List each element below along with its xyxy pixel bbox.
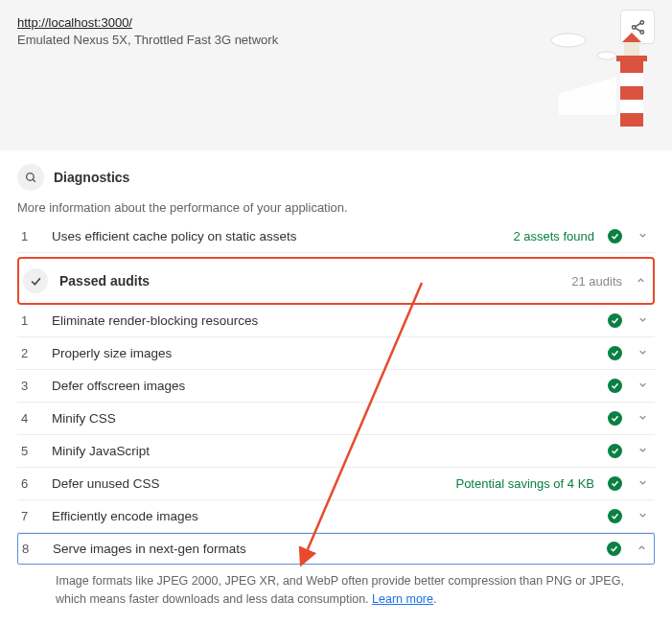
audit-row[interactable]: 5Minify JavaScript bbox=[17, 435, 655, 468]
check-icon bbox=[608, 444, 622, 458]
row-label: Eliminate render-blocking resources bbox=[52, 313, 581, 328]
diagnostics-header: Diagnostics bbox=[17, 160, 655, 195]
lighthouse-illustration bbox=[540, 29, 655, 144]
row-label: Minify CSS bbox=[52, 411, 581, 426]
svg-marker-14 bbox=[622, 33, 641, 42]
row-label: Efficiently encode images bbox=[52, 509, 581, 523]
chevron-down-icon[interactable] bbox=[636, 379, 649, 393]
check-icon bbox=[608, 229, 622, 243]
learn-more-link[interactable]: Learn more bbox=[372, 592, 433, 606]
audit-detail-after: . bbox=[433, 592, 436, 606]
row-suffix: Potential savings of 4 KB bbox=[455, 476, 594, 491]
row-label: Defer offscreen images bbox=[52, 379, 581, 393]
check-icon bbox=[608, 411, 622, 426]
svg-point-0 bbox=[639, 20, 643, 24]
check-icon bbox=[608, 379, 622, 393]
check-icon bbox=[608, 313, 622, 328]
row-label: Defer unused CSS bbox=[52, 476, 442, 491]
row-index: 8 bbox=[22, 542, 39, 556]
audit-detail: Image formats like JPEG 2000, JPEG XR, a… bbox=[17, 565, 655, 612]
check-icon bbox=[608, 476, 622, 491]
row-label: Uses efficient cache policy on static as… bbox=[52, 229, 499, 243]
svg-rect-9 bbox=[620, 86, 643, 100]
audit-row[interactable]: 3Defer offscreen images bbox=[17, 370, 655, 403]
audit-row[interactable]: 7Efficiently encode images bbox=[17, 500, 655, 533]
svg-rect-12 bbox=[616, 56, 647, 61]
svg-rect-10 bbox=[620, 100, 643, 113]
chevron-down-icon[interactable] bbox=[636, 444, 649, 458]
row-index: 6 bbox=[21, 476, 38, 491]
report-url-link[interactable]: http://localhost:3000/ bbox=[17, 15, 132, 30]
passed-audits-label: Passed audits bbox=[59, 273, 560, 289]
magnifier-icon bbox=[17, 164, 44, 191]
svg-point-5 bbox=[551, 34, 586, 47]
passed-audits-count: 21 audits bbox=[571, 274, 622, 289]
row-index: 7 bbox=[21, 509, 38, 523]
row-label: Minify JavaScript bbox=[52, 444, 581, 458]
svg-rect-13 bbox=[624, 42, 639, 56]
chevron-down-icon[interactable] bbox=[636, 509, 649, 523]
svg-rect-11 bbox=[620, 113, 643, 127]
row-label: Properly size images bbox=[52, 346, 581, 360]
chevron-down-icon[interactable] bbox=[636, 411, 649, 426]
svg-rect-8 bbox=[620, 73, 643, 86]
chevron-down-icon[interactable] bbox=[636, 346, 649, 360]
row-suffix: 2 assets found bbox=[513, 229, 594, 243]
checkmark-icon bbox=[23, 268, 48, 293]
diagnostics-section: Diagnostics More information about the p… bbox=[0, 150, 672, 612]
chevron-up-icon[interactable] bbox=[635, 542, 648, 556]
svg-point-6 bbox=[597, 52, 616, 59]
chevron-down-icon[interactable] bbox=[636, 313, 649, 328]
check-icon bbox=[608, 346, 622, 360]
audit-row[interactable]: 1Eliminate render-blocking resources bbox=[17, 305, 655, 337]
row-index: 1 bbox=[21, 229, 38, 243]
chevron-down-icon[interactable] bbox=[636, 229, 649, 243]
row-index: 5 bbox=[21, 444, 38, 458]
row-index: 4 bbox=[21, 411, 38, 426]
passed-audits-list: 1Eliminate render-blocking resources2Pro… bbox=[17, 305, 655, 565]
check-icon bbox=[608, 509, 622, 523]
svg-point-15 bbox=[26, 173, 34, 180]
svg-rect-7 bbox=[620, 59, 643, 73]
svg-line-3 bbox=[635, 23, 639, 26]
row-index: 2 bbox=[21, 346, 38, 360]
diagnostics-title: Diagnostics bbox=[54, 170, 129, 185]
audit-row[interactable]: 2Properly size images bbox=[17, 337, 655, 370]
diagnostics-subtitle: More information about the performance o… bbox=[17, 200, 655, 215]
audit-row[interactable]: 6Defer unused CSSPotential savings of 4 … bbox=[17, 468, 655, 500]
chevron-down-icon[interactable] bbox=[636, 476, 649, 491]
row-index: 1 bbox=[21, 313, 38, 328]
svg-line-16 bbox=[33, 179, 35, 182]
check-icon bbox=[607, 542, 621, 556]
chevron-up-icon[interactable] bbox=[634, 274, 647, 289]
audit-row[interactable]: 4Minify CSS bbox=[17, 403, 655, 435]
passed-audits-toggle[interactable]: Passed audits 21 audits bbox=[17, 257, 655, 305]
audit-detail-text: Image formats like JPEG 2000, JPEG XR, a… bbox=[56, 574, 624, 606]
row-label: Serve images in next-gen formats bbox=[53, 542, 580, 556]
row-index: 3 bbox=[21, 379, 38, 393]
audit-row[interactable]: 8Serve images in next-gen formats bbox=[17, 533, 655, 565]
header-band: http://localhost:3000/ Emulated Nexus 5X… bbox=[0, 0, 672, 150]
diagnostic-row[interactable]: 1 Uses efficient cache policy on static … bbox=[17, 220, 655, 253]
